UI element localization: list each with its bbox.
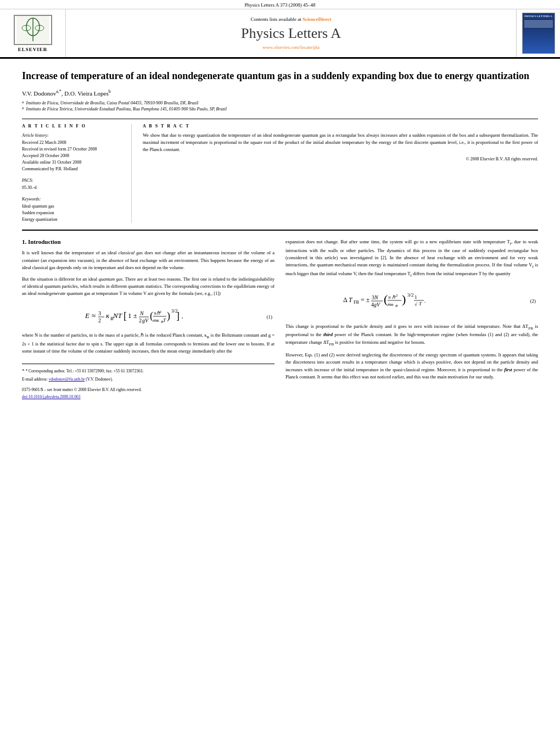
svg-text:NT: NT — [113, 311, 122, 320]
author-a-sup: a,* — [56, 89, 61, 94]
svg-text:κ: κ — [106, 311, 110, 320]
svg-text:.: . — [424, 298, 426, 304]
section1-para1: It is well known that the temperature of… — [22, 249, 275, 271]
formula1-number: (1) — [258, 314, 275, 320]
volume-line: Physics Letters A 373 (2008) 45–48 — [244, 2, 315, 8]
elsevier-logo-box — [14, 15, 52, 45]
svg-text:gV: gV — [374, 302, 381, 308]
journal-cover-box: PHYSICS LETTERS A — [522, 13, 555, 54]
section1-title: Introduction — [28, 238, 61, 245]
available-date: Available online 31 October 2008 — [22, 159, 125, 166]
page: Physics Letters A 373 (2008) 45–48 ELSEV… — [0, 0, 560, 742]
right-para1: expansion does not change. But after som… — [285, 238, 538, 278]
body-section: 1. Introduction It is well known that th… — [22, 230, 538, 400]
svg-text:T: T — [163, 317, 166, 323]
svg-text:2: 2 — [396, 293, 398, 298]
journal-header: Physics Letters A 373 (2008) 45–48 ELSEV… — [0, 0, 560, 59]
author-b-sup: b — [109, 89, 111, 94]
journal-center: Contents lists available at ScienceDirec… — [66, 9, 516, 57]
formula2-svg: Δ T FB = ± 3 N 4 gV ( — [343, 284, 464, 317]
keywords-label: Keywords: — [22, 197, 125, 202]
bold-italic-first: first — [504, 367, 512, 372]
history-label: Article history: — [22, 133, 125, 138]
body-left: 1. Introduction It is well known that th… — [22, 238, 275, 400]
svg-text:3: 3 — [98, 310, 101, 316]
doi-line: doi:10.1016/j.physleta.2008.10.063 — [22, 394, 275, 400]
body-right: expansion does not change. But after som… — [285, 238, 538, 400]
svg-text:): ) — [167, 310, 170, 322]
right-para3: However, Eqs. (1) and (2) were derived n… — [285, 352, 538, 381]
keyword2: Sudden expansion — [22, 210, 125, 216]
elsevier-logo: ELSEVIER — [0, 9, 66, 57]
italic-quantum: quantum gas — [98, 276, 122, 282]
contents-text: Contents lists available at — [251, 16, 301, 22]
journal-cover: PHYSICS LETTERS A — [516, 9, 560, 57]
svg-text:T: T — [349, 296, 353, 304]
svg-text:mκ: mκ — [388, 302, 394, 307]
article-title: Increase of temperature of an ideal nond… — [22, 70, 538, 82]
svg-text:N: N — [139, 310, 144, 316]
footnote-star: * * Corresponding author. Tel.: +55 61 3… — [22, 367, 275, 375]
info-abstract-section: A R T I C L E I N F O Article history: R… — [22, 119, 538, 223]
svg-text:2: 2 — [139, 317, 142, 323]
italic-classical: classical gas — [118, 250, 143, 255]
svg-text:3/2: 3/2 — [407, 292, 414, 298]
svg-text:[: [ — [124, 310, 127, 321]
footnote-email: E-mail address: vdodonov@fis.unb.br (V.V… — [22, 376, 275, 382]
pacs-values: 05.30.-d — [22, 185, 125, 191]
article-info-col: A R T I C L E I N F O Article history: R… — [22, 124, 132, 223]
svg-text:≈: ≈ — [92, 311, 96, 320]
svg-text:1 ±: 1 ± — [128, 311, 137, 320]
sciencedirect-link[interactable]: ScienceDirect — [303, 16, 331, 22]
formula1-wrap: E ≈ 3 2 κ B NT [ 1 ± — [22, 302, 275, 332]
journal-url[interactable]: www.elsevier.com/locate/pla — [262, 44, 320, 50]
journal-banner: ELSEVIER Contents lists available at Sci… — [0, 9, 560, 58]
elsevier-text: ELSEVIER — [18, 47, 48, 52]
svg-text:π: π — [388, 294, 391, 300]
svg-text:2: 2 — [98, 317, 101, 323]
section1-number: 1. — [22, 238, 28, 245]
svg-text:FB: FB — [354, 300, 359, 305]
keyword1: Ideal quantum gas — [22, 203, 125, 210]
svg-text:T: T — [419, 301, 422, 306]
article-content: Increase of temperature of an ideal nond… — [0, 59, 560, 411]
journal-top-bar: Physics Letters A 373 (2008) 45–48 — [0, 0, 560, 9]
issn-line: 0375-9601/$ – see front matter © 2008 El… — [22, 387, 275, 393]
sciencedirect-line: Contents lists available at ScienceDirec… — [251, 16, 332, 22]
cover-title-text: PHYSICS LETTERS A — [524, 15, 552, 18]
accepted-date: Accepted 28 October 2008 — [22, 153, 125, 159]
received-date: Received 22 March 2008 — [22, 140, 125, 146]
author-vv: V.V. Dodonov — [22, 90, 56, 97]
svg-text:,: , — [182, 313, 183, 319]
svg-text:πℏ2: πℏ2 — [154, 310, 162, 316]
journal-title: Physics Letters A — [241, 25, 341, 42]
svg-text:= ±: = ± — [361, 296, 370, 304]
svg-text:ℏ: ℏ — [392, 294, 396, 300]
svg-text:gV: gV — [142, 317, 149, 323]
right-para2: This change is proportional to the parti… — [285, 323, 538, 347]
svg-text:): ) — [402, 292, 406, 306]
section1-para2: But the situation is different for an id… — [22, 276, 275, 298]
svg-text:Δ: Δ — [343, 296, 348, 304]
affiliations: a Instituto de Física, Universidade de B… — [22, 100, 538, 112]
received-revised-date: Received in revised form 27 October 2008 — [22, 146, 125, 153]
article-info-title: A R T I C L E I N F O — [22, 124, 125, 129]
abstract-title: A B S T R A C T — [143, 124, 538, 129]
section1-para3: where N is the number of particles, m is… — [22, 332, 275, 355]
copyright-line: © 2008 Elsevier B.V. All rights reserved… — [143, 157, 538, 161]
svg-text:E: E — [85, 311, 89, 320]
footnote-area: * * Corresponding author. Tel.: +55 61 3… — [22, 364, 275, 400]
formula2-wrap: Δ T FB = ± 3 N 4 gV ( — [285, 284, 538, 317]
communicated-by: Communicated by P.R. Holland — [22, 166, 125, 172]
bold-italic-third: third — [323, 332, 333, 337]
svg-text:B: B — [395, 304, 398, 308]
authors: V.V. Dodonova,*, D.O. Vieira Lopesb — [22, 89, 538, 97]
footnote-email-link[interactable]: vdodonov@fis.unb.br — [49, 377, 85, 382]
svg-text:mκ: mκ — [153, 317, 159, 323]
doi-link[interactable]: doi:10.1016/j.physleta.2008.10.063 — [22, 394, 80, 399]
pacs-label: PACS: — [22, 178, 125, 183]
affil-a: a Instituto de Física, Universidade de B… — [22, 100, 538, 106]
affil-b: b Instituto de Física Teórica, Universid… — [22, 106, 538, 112]
svg-text:N: N — [374, 294, 379, 300]
abstract-col: A B S T R A C T We show that due to ener… — [143, 124, 538, 223]
